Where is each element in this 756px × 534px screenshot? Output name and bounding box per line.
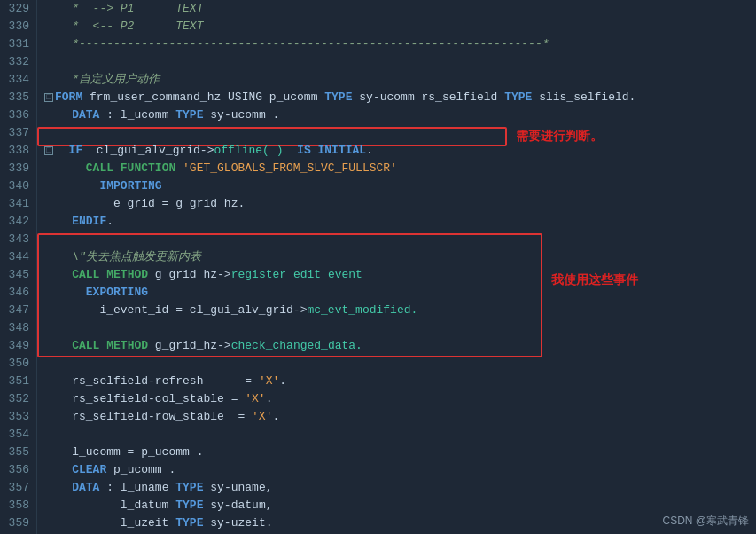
code-area: 329 330 331 332 334 335 336 337 338 339 … — [0, 0, 756, 534]
code-line-335: □ FORM frm_user_command_hz USING p_ucomm… — [44, 89, 749, 106]
ln-359: 359 — [7, 514, 29, 532]
ln-350: 350 — [7, 355, 29, 373]
code-line-359: l_uzeit TYPE sy-uzeit. — [44, 514, 749, 532]
code-line-330: * <-- P2 TEXT — [44, 18, 749, 35]
ln-329: 329 — [7, 0, 29, 18]
ln-346: 346 — [7, 284, 29, 302]
code-line-347: i_event_id = cl_gui_alv_grid->mc_evt_mod… — [44, 302, 749, 319]
ln-338: 338 — [7, 142, 29, 160]
code-line-346: EXPORTING — [44, 284, 749, 302]
ln-354: 354 — [7, 426, 29, 444]
code-line-331: *---------------------------------------… — [44, 35, 749, 53]
ln-352: 352 — [7, 390, 29, 408]
code-content[interactable]: 需要进行判断。 我使用这些事件 * --> P1 TEXT * <-- P2 T… — [37, 0, 756, 534]
line-numbers: 329 330 331 332 334 335 336 337 338 339 … — [0, 0, 37, 534]
code-line-342: ENDIF. — [44, 213, 749, 231]
code-line-341: e_grid = g_grid_hz. — [44, 195, 749, 213]
code-line-336: DATA : l_ucomm TYPE sy-ucomm . — [44, 106, 749, 124]
ln-357: 357 — [7, 479, 29, 497]
code-line-355: l_ucomm = p_ucomm . — [44, 444, 749, 461]
ln-334: 334 — [7, 71, 29, 89]
code-line-358: l_datum TYPE sy-datum, — [44, 497, 749, 514]
code-line-354 — [44, 426, 749, 444]
code-line-348 — [44, 319, 749, 337]
code-line-332 — [44, 53, 749, 71]
code-line-340: IMPORTING — [44, 177, 749, 195]
ln-335: 335 — [7, 89, 29, 106]
ln-353: 353 — [7, 408, 29, 426]
ln-343: 343 — [7, 231, 29, 248]
ln-337: 337 — [7, 124, 29, 142]
ln-358: 358 — [7, 497, 29, 514]
ln-344: 344 — [7, 248, 29, 266]
ln-331: 331 — [7, 35, 29, 53]
code-line-337 — [44, 124, 749, 142]
ln-342: 342 — [7, 213, 29, 231]
code-line-339: CALL FUNCTION 'GET_GLOBALS_FROM_SLVC_FUL… — [44, 160, 749, 177]
fold-icon-338[interactable]: □ — [44, 146, 53, 155]
code-line-356: CLEAR p_ucomm . — [44, 461, 749, 479]
code-line-353: rs_selfield-row_stable = 'X'. — [44, 408, 749, 426]
code-line-352: rs_selfield-col_stable = 'X'. — [44, 390, 749, 408]
fold-icon-335[interactable]: □ — [44, 93, 53, 102]
code-line-350 — [44, 355, 749, 373]
code-line-338: □ IF cl_gui_alv_grid->offline( ) IS INIT… — [44, 142, 749, 160]
ln-332: 332 — [7, 53, 29, 71]
code-line-344: \"失去焦点触发更新内表 — [44, 248, 749, 266]
ln-349: 349 — [7, 337, 29, 355]
ln-340: 340 — [7, 177, 29, 195]
code-line-329: * --> P1 TEXT — [44, 0, 749, 18]
watermark: CSDN @寒武青锋 — [662, 514, 749, 529]
ln-345: 345 — [7, 266, 29, 284]
ln-347: 347 — [7, 302, 29, 319]
code-line-351: rs_selfield-refresh = 'X'. — [44, 373, 749, 390]
ln-339: 339 — [7, 160, 29, 177]
ln-351: 351 — [7, 373, 29, 390]
ln-330: 330 — [7, 18, 29, 35]
ln-341: 341 — [7, 195, 29, 213]
code-line-357: DATA : l_uname TYPE sy-uname, — [44, 479, 749, 497]
ln-348: 348 — [7, 319, 29, 337]
code-line-349: CALL METHOD g_grid_hz->check_changed_dat… — [44, 337, 749, 355]
editor-container: 329 330 331 332 334 335 336 337 338 339 … — [0, 0, 756, 534]
ln-356: 356 — [7, 461, 29, 479]
code-line-343 — [44, 231, 749, 248]
code-line-334: *自定义用户动作 — [44, 71, 749, 89]
ln-336: 336 — [7, 106, 29, 124]
code-line-345: CALL METHOD g_grid_hz->register_edit_eve… — [44, 266, 749, 284]
ln-355: 355 — [7, 444, 29, 461]
